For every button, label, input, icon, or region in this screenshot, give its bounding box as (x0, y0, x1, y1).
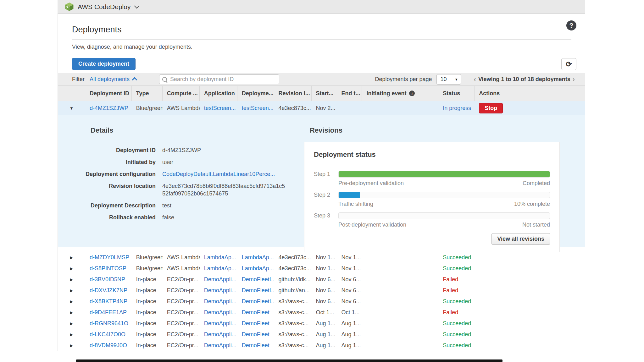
cell-application[interactable]: DemoAppli... (200, 331, 237, 338)
cell-deployment-id[interactable]: d-4MZ1SZJWP (85, 105, 132, 112)
filter-selected-link[interactable]: All deployments (90, 76, 130, 83)
cell-type: In-place (132, 287, 163, 294)
expander-closed-icon[interactable]: ▶ (58, 255, 85, 260)
deployment-row: ▼d-4MZ1SZJWPBlue/greenAWS LambdatestScre… (58, 101, 585, 115)
cell-start-time: Aug 1... (312, 320, 337, 327)
expander-open-icon[interactable]: ▼ (58, 106, 85, 111)
cell-compute-platform: EC2/On-pr... (163, 320, 200, 327)
deployment-status-card: Deployment status Step 1Pre-deployment v… (304, 142, 560, 252)
detail-value[interactable]: CodeDeployDefault.LambdaLinear10Perce... (162, 170, 275, 178)
page-prev-icon[interactable]: ‹ (472, 75, 478, 84)
cell-deployment-group[interactable]: DemoFleetI... (237, 298, 274, 305)
col-header-initiating-event[interactable]: Initiating eventi (362, 86, 438, 101)
cell-start-time: Nov 1... (312, 254, 337, 261)
page-next-icon[interactable]: › (570, 75, 577, 84)
cell-deployment-id[interactable]: d-MZDY0LMSP (85, 254, 132, 261)
cell-deployment-group[interactable]: DemoFleet (237, 320, 274, 327)
expander-closed-icon[interactable]: ▶ (58, 332, 85, 337)
cell-compute-platform: EC2/On-pr... (163, 342, 200, 349)
col-header-application[interactable]: Application (200, 86, 237, 101)
deployment-row: ▶d-MZDY0LMSPBlue/greenAWS LambdaLambdaAp… (58, 252, 585, 263)
details-heading: Details (91, 126, 288, 134)
cell-deployment-group[interactable]: DemoFleet (237, 331, 274, 338)
search-box (159, 74, 279, 84)
cell-deployment-group[interactable]: testScreen... (237, 105, 274, 112)
per-page-caret-down-icon: ▾ (455, 77, 458, 82)
col-header-start-time[interactable]: Start... (312, 86, 337, 101)
view-all-revisions-button[interactable]: View all revisions (491, 233, 550, 245)
help-icon[interactable]: ? (566, 20, 576, 30)
cell-application[interactable]: DemoAppli... (200, 320, 237, 327)
cell-application[interactable]: DemoAppli... (200, 298, 237, 305)
cell-deployment-id[interactable]: d-X8BKTP4NP (85, 298, 132, 305)
service-menu-chevron-down-icon[interactable] (134, 3, 140, 8)
cell-application[interactable]: DemoAppli... (200, 276, 237, 283)
cell-application[interactable]: LambdaAp... (200, 254, 237, 261)
table-header-row: Deployment IDTypeCompute ...ApplicationD… (58, 86, 585, 101)
topbar-divider (145, 3, 145, 11)
deployment-steps: Step 1Pre-deployment validationCompleted… (314, 171, 550, 228)
create-deployment-button[interactable]: Create deployment (72, 58, 136, 70)
deployment-row: ▶d-3BV0ID5NPIn-placeEC2/On-pr...DemoAppl… (58, 274, 585, 285)
revisions-heading: Revisions (310, 126, 560, 134)
cell-deployment-group[interactable]: LambdaAp... (237, 254, 274, 261)
page-subtitle: View, diagnose, and manage your deployme… (72, 44, 585, 50)
cell-deployment-group[interactable]: DemoFleetI... (237, 287, 274, 294)
detail-field: Revision location4e3ec873cd78b8b6f0df88e… (85, 182, 288, 197)
cell-application[interactable]: DemoAppli... (200, 342, 237, 349)
cell-deployment-id[interactable]: d-9D4FEE1AP (85, 309, 132, 316)
col-header-type[interactable]: Type (132, 86, 163, 101)
revisions-divider (304, 138, 560, 138)
cell-deployment-id[interactable]: d-DXVJZK7NP (85, 287, 132, 294)
cell-deployment-id[interactable]: d-S8PINTOSP (85, 265, 132, 272)
toolbar: Create deployment ⟳ (72, 58, 576, 70)
detail-field: Initiated byuser (85, 158, 288, 166)
col-header-deployment-group[interactable]: Deployme... (237, 86, 274, 101)
filter-chevron-up-icon[interactable] (132, 77, 137, 82)
cell-compute-platform: EC2/On-pr... (163, 287, 200, 294)
cell-deployment-group[interactable]: LambdaAp... (237, 265, 274, 272)
cell-application[interactable]: DemoAppli... (200, 287, 237, 294)
cell-deployment-group[interactable]: DemoFleetI... (237, 276, 274, 283)
expander-closed-icon[interactable]: ▶ (58, 343, 85, 348)
deployment-status-heading: Deployment status (314, 151, 550, 159)
col-header-actions[interactable]: Actions (475, 86, 585, 101)
cell-deployment-id[interactable]: d-LKC4I7O0O (85, 331, 132, 338)
expander-closed-icon[interactable]: ▶ (58, 321, 85, 326)
cell-deployment-id[interactable]: d-RGNR9641O (85, 320, 132, 327)
bottom-scrubber-bar[interactable] (76, 359, 502, 362)
cell-application[interactable]: LambdaAp... (200, 265, 237, 272)
cell-deployment-group[interactable]: DemoFleet (237, 309, 274, 316)
expander-closed-icon[interactable]: ▶ (58, 299, 85, 304)
expander-closed-icon[interactable]: ▶ (58, 266, 85, 271)
col-header-revision-location[interactable]: Revision l... (274, 86, 312, 101)
expanded-deployment-panel: Details Deployment IDd-4MZ1SZJWPInitiate… (58, 115, 585, 247)
progress-track (338, 192, 550, 198)
cell-status: Succeeded (438, 320, 475, 327)
cell-deployment-id[interactable]: d-8VDM99J0O (85, 342, 132, 349)
col-header-status[interactable]: Status (438, 86, 475, 101)
cell-deployment-id[interactable]: d-3BV0ID5NP (85, 276, 132, 283)
cell-end-time: Nov 6... (337, 287, 362, 294)
col-header-end-time[interactable]: End t... (337, 86, 362, 101)
per-page-select[interactable]: 10 ▾ (436, 74, 461, 85)
per-page-label: Deployments per page (375, 76, 432, 83)
cell-application[interactable]: testScreen... (200, 105, 237, 112)
step-bar-row: Step 1 (314, 171, 550, 178)
cell-deployment-group[interactable]: DemoFleet (237, 342, 274, 349)
refresh-button[interactable]: ⟳ (561, 58, 576, 70)
col-header-deployment-id[interactable]: Deployment ID (85, 86, 132, 101)
col-header-compute-platform[interactable]: Compute ... (163, 86, 200, 101)
expander-closed-icon[interactable]: ▶ (58, 310, 85, 315)
cell-application[interactable]: DemoAppli... (200, 309, 237, 316)
detail-label: Revision location (85, 182, 156, 197)
search-icon (162, 77, 167, 82)
info-icon[interactable]: i (409, 90, 415, 96)
expander-closed-icon[interactable]: ▶ (58, 288, 85, 293)
search-input[interactable] (169, 76, 275, 83)
expander-closed-icon[interactable]: ▶ (58, 277, 85, 282)
cell-compute-platform: EC2/On-pr... (163, 309, 200, 316)
cell-start-time: Aug 1... (312, 331, 337, 338)
stop-button[interactable]: Stop (479, 103, 503, 113)
cell-type: In-place (132, 342, 163, 349)
